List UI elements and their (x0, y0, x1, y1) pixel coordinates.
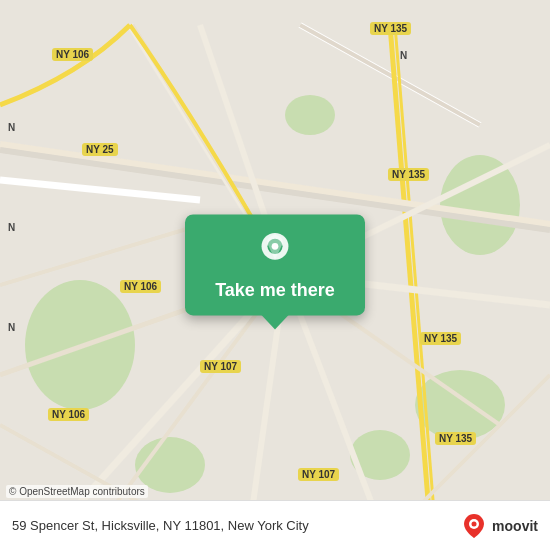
svg-point-5 (285, 95, 335, 135)
route-label-ny106-mid: NY 106 (120, 280, 161, 293)
north-indicator-2: N (8, 222, 15, 233)
north-indicator-3: N (8, 322, 15, 333)
address-label: 59 Spencer St, Hicksville, NY 11801, New… (12, 518, 460, 533)
route-label-ny106-top: NY 106 (52, 48, 93, 61)
north-indicator-4: N (8, 122, 15, 133)
svg-point-1 (440, 155, 520, 255)
cta-popup[interactable]: Take me there (185, 214, 365, 315)
route-label-ny135-bottom: NY 135 (435, 432, 476, 445)
route-label-ny107-bot: NY 107 (298, 468, 339, 481)
route-label-ny135-mid: NY 135 (388, 168, 429, 181)
route-label-ny106-bot: NY 106 (48, 408, 89, 421)
route-label-ny25: NY 25 (82, 143, 118, 156)
svg-point-29 (272, 243, 279, 250)
svg-line-22 (0, 225, 200, 285)
moovit-text: moovit (492, 518, 538, 534)
osm-attribution: © OpenStreetMap contributors (6, 485, 148, 498)
route-label-ny135-top: NY 135 (370, 22, 411, 35)
north-indicator-1: N (400, 50, 407, 61)
cta-label: Take me there (215, 280, 335, 301)
route-label-ny107-top: NY 107 (200, 360, 241, 373)
location-pin-icon (254, 230, 296, 272)
route-label-ny135-lower: NY 135 (420, 332, 461, 345)
svg-line-12 (0, 180, 200, 200)
svg-point-31 (472, 521, 477, 526)
map-container: NY 106 NY 25 NY 135 NY 135 NY 135 NY 135… (0, 0, 550, 550)
moovit-icon (460, 512, 488, 540)
moovit-logo: moovit (460, 512, 538, 540)
bottom-bar: 59 Spencer St, Hicksville, NY 11801, New… (0, 500, 550, 550)
